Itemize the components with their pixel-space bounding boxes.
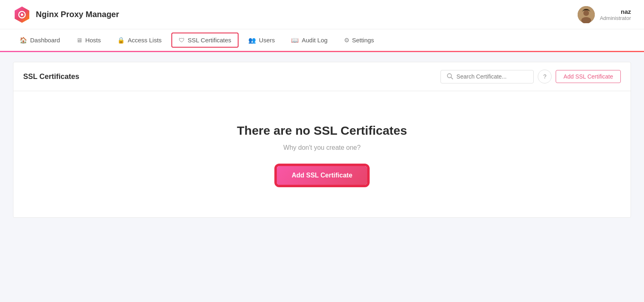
search-box	[440, 70, 534, 83]
ssl-panel-body: There are no SSL Certificates Why don't …	[13, 91, 631, 217]
user-area: naz Administrator	[578, 6, 631, 23]
nav-item-settings[interactable]: ⚙ Settings	[337, 33, 381, 47]
svg-line-7	[451, 77, 453, 79]
empty-state-subtitle: Why don't you create one?	[283, 144, 361, 151]
nav-item-label: Hosts	[85, 37, 101, 44]
nav-item-label: Dashboard	[30, 37, 60, 44]
user-role: Administrator	[600, 15, 631, 21]
nav-item-label: Audit Log	[302, 37, 327, 44]
empty-state-title: There are no SSL Certificates	[237, 124, 407, 138]
add-ssl-certificate-button-header[interactable]: Add SSL Certificate	[556, 70, 621, 83]
app-logo-icon	[13, 6, 31, 24]
nav-item-label: Access Lists	[128, 37, 162, 44]
ssl-panel: SSL Certificates ? Add SSL Certificate	[13, 62, 631, 218]
hosts-icon: 🖥	[76, 37, 82, 44]
nav-item-label: SSL Certificates	[188, 37, 231, 44]
svg-point-4	[583, 10, 589, 16]
nav-item-audit-log[interactable]: 📖 Audit Log	[285, 33, 334, 47]
avatar	[578, 6, 595, 23]
app-title: Nginx Proxy Manager	[36, 10, 119, 19]
logo-area: Nginx Proxy Manager	[13, 6, 119, 24]
add-ssl-main-label: Add SSL Certificate	[291, 172, 352, 179]
help-button[interactable]: ?	[538, 70, 552, 83]
audit-log-icon: 📖	[291, 37, 299, 44]
nav-item-access-lists[interactable]: 🔒 Access Lists	[111, 33, 168, 47]
user-info: naz Administrator	[600, 8, 631, 21]
nav-item-hosts[interactable]: 🖥 Hosts	[70, 33, 107, 47]
nav-bar: 🏠 Dashboard 🖥 Hosts 🔒 Access Lists 🛡 SSL…	[0, 29, 644, 52]
users-icon: 👥	[248, 37, 256, 44]
ssl-panel-title: SSL Certificates	[23, 72, 79, 81]
svg-point-2	[21, 13, 23, 16]
search-icon	[447, 73, 453, 81]
add-ssl-btn-label: Add SSL Certificate	[563, 73, 613, 80]
dashboard-icon: 🏠	[20, 37, 27, 44]
page-content: SSL Certificates ? Add SSL Certificate	[0, 62, 644, 231]
access-lists-icon: 🔒	[117, 37, 125, 44]
nav-item-ssl-certificates[interactable]: 🛡 SSL Certificates	[171, 33, 239, 48]
add-ssl-certificate-button-main[interactable]: Add SSL Certificate	[277, 166, 367, 185]
header-actions: ? Add SSL Certificate	[440, 70, 621, 83]
nav-item-dashboard[interactable]: 🏠 Dashboard	[13, 33, 66, 47]
nav-item-label: Settings	[352, 37, 374, 44]
ssl-panel-header: SSL Certificates ? Add SSL Certificate	[13, 62, 631, 91]
help-icon: ?	[543, 73, 546, 80]
settings-icon: ⚙	[344, 37, 349, 44]
nav-item-label: Users	[259, 37, 275, 44]
user-name: naz	[600, 8, 631, 15]
nav-item-users[interactable]: 👥 Users	[242, 33, 281, 47]
search-input[interactable]	[456, 73, 528, 80]
ssl-icon: 🛡	[179, 37, 185, 44]
top-header: Nginx Proxy Manager naz Administrator	[0, 0, 644, 29]
